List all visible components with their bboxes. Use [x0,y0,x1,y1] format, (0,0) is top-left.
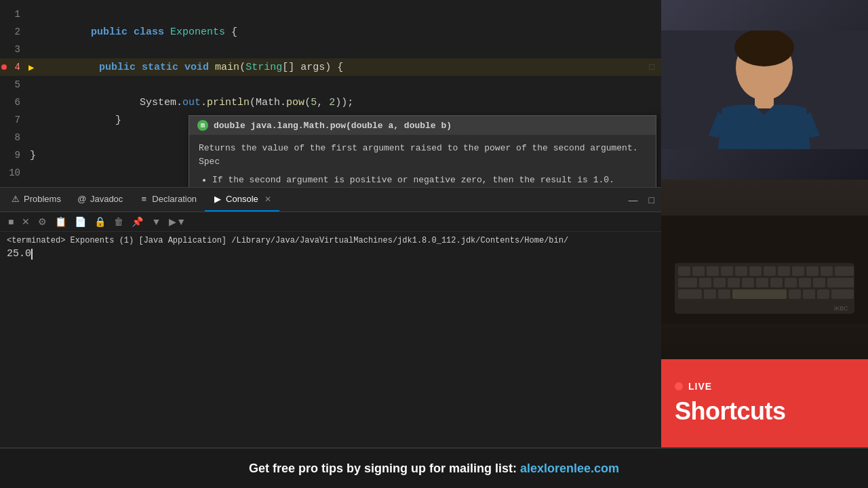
right-panel: iKBC LIVE Shortcuts [661,0,868,447]
console-icon: ▶ [213,195,222,204]
svg-rect-23 [728,278,740,287]
svg-rect-33 [718,289,730,299]
declaration-icon: ≡ [139,195,149,204]
svg-rect-16 [792,266,804,276]
svg-rect-28 [799,278,811,287]
svg-rect-25 [756,278,768,287]
pin-btn[interactable]: 📌 [129,215,146,228]
clear-btn[interactable]: 🗑 [111,215,126,228]
person-view [661,0,868,180]
svg-rect-30 [827,278,854,287]
tab-declaration-label: Declaration [152,194,197,204]
more-btn[interactable]: ▶▼ [166,215,189,228]
line-num-7: 7 [0,115,27,125]
svg-rect-34 [732,289,787,299]
svg-rect-27 [785,278,797,287]
paste-btn[interactable]: 📄 [72,215,89,228]
console-content: <terminated> Exponents (1) [Java Applica… [0,232,661,447]
method-icon: m [197,120,208,131]
shortcuts-title: Shortcuts [675,397,854,426]
scroll-lock-btn[interactable]: 🔒 [92,215,108,228]
tooltip-body: Returns the value of the first argument … [189,135,656,187]
keyboard-view: iKBC [661,180,868,359]
live-dot [675,382,683,390]
cursor [31,249,33,260]
svg-rect-31 [678,289,702,299]
svg-rect-18 [821,266,833,276]
svg-rect-14 [764,266,776,276]
panel-tabs: ⚠ Problems @ Javadoc ≡ Declaration ▶ Con… [0,188,661,212]
breakpoint-dot [1,64,7,70]
banner-text-prefix: Get free pro tips by signing up for mail… [249,462,520,475]
svg-rect-12 [735,266,747,276]
console-close-x[interactable]: ✕ [264,195,271,204]
webcam-keyboard: iKBC [661,180,868,359]
console-terminated: <terminated> Exponents (1) [Java Applica… [7,236,654,245]
terminate-btn[interactable]: ✕ [19,215,33,228]
svg-rect-8 [678,266,690,276]
svg-rect-17 [806,266,818,276]
code-line-2: 2 public class Exponents { [0,23,661,41]
svg-rect-36 [803,289,815,299]
tab-javadoc[interactable]: @ Javadoc [69,188,131,211]
svg-rect-29 [813,278,825,287]
console-toolbar: ■ ✕ ⚙ 📋 📄 🔒 🗑 📌 ▼ ▶▼ [0,212,661,232]
javadoc-icon: @ [77,195,87,204]
view-btn[interactable]: ▼ [149,215,163,228]
console-output: 25.0 [7,248,654,260]
line-num-6: 6 [0,97,27,108]
tooltip-bullets: If the second argument is positive or ne… [199,174,646,187]
svg-rect-19 [835,266,854,276]
svg-rect-22 [713,278,726,287]
svg-rect-21 [699,278,711,287]
disconnect-btn[interactable]: ⚙ [35,215,50,228]
bottom-banner: Get free pro tips by signing up for mail… [0,447,868,488]
stop-btn[interactable]: ■ [5,215,16,228]
banner-text: Get free pro tips by signing up for mail… [249,462,619,476]
panel-controls: — □ [625,193,658,207]
live-indicator: LIVE [675,381,854,392]
keyboard-svg: iKBC [661,216,868,324]
tab-console-label: Console [226,194,258,204]
live-shortcuts-panel: LIVE Shortcuts [661,359,868,447]
line-num-3: 3 [0,44,27,55]
tab-console[interactable]: ▶ Console ✕ [205,188,279,211]
tab-javadoc-label: Javadoc [90,194,123,204]
line-num-1: 1 [0,9,27,20]
tooltip-popup: m double java.lang.Math.pow(double a, do… [189,115,656,187]
banner-link[interactable]: alexlorenlee.com [520,462,619,475]
copy-btn[interactable]: 📋 [52,215,69,228]
tab-problems[interactable]: ⚠ Problems [3,188,69,211]
output-value: 25.0 [7,248,31,260]
ide-area: 1 2 public class Exponents { 3 4 ▶ [0,0,661,447]
tab-problems-label: Problems [24,194,61,204]
tab-declaration[interactable]: ≡ Declaration [131,188,205,211]
tooltip-bullet-1: If the second argument is positive or ne… [212,174,646,187]
svg-rect-13 [749,266,762,276]
live-label: LIVE [688,381,712,392]
svg-rect-38 [831,289,854,299]
line-num-10: 10 [0,167,27,178]
webcam-face [661,0,868,180]
svg-rect-37 [817,289,829,299]
line-num-8: 8 [0,132,27,143]
maximize-btn[interactable]: □ [645,193,658,207]
minimize-btn[interactable]: — [625,193,642,207]
svg-rect-3 [755,95,774,108]
svg-rect-11 [721,266,733,276]
code-line-4: 4 ▶ public static void main(String[] arg… [0,58,661,76]
problems-icon: ⚠ [11,195,20,204]
svg-rect-32 [704,289,716,299]
svg-rect-35 [789,289,801,299]
bottom-panel: ⚠ Problems @ Javadoc ≡ Declaration ▶ Con… [0,187,661,447]
line-end-icon: □ [649,62,654,73]
person-svg [661,30,868,149]
svg-rect-20 [678,278,697,287]
tooltip-signature: double java.lang.Math.pow(double a, doub… [214,121,452,131]
active-line-arrow: ▶ [28,62,34,73]
tooltip-header: m double java.lang.Math.pow(double a, do… [189,116,656,135]
code-editor: 1 2 public class Exponents { 3 4 ▶ [0,0,661,187]
tooltip-desc: Returns the value of the first argument … [199,142,646,168]
svg-rect-15 [778,266,790,276]
line-num-2: 2 [0,26,27,37]
